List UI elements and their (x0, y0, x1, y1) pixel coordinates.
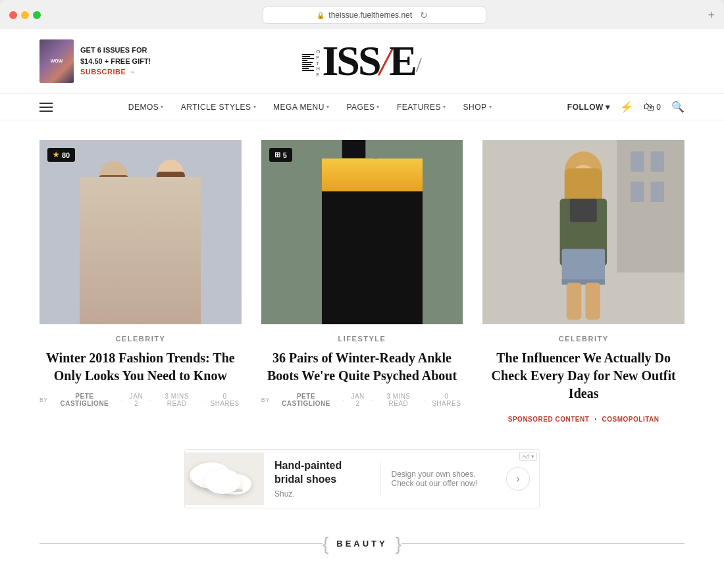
cart-button[interactable]: 🛍 0 (644, 101, 661, 113)
article-card: ⊞ 5 LIFESTYLE 36 Pairs of Winter-Ready A… (261, 140, 463, 423)
maximize-dot[interactable] (33, 11, 41, 19)
svg-point-2 (99, 161, 128, 196)
website: WOW GET 6 ISSUES FOR $14.50 + FREE GIFT!… (0, 29, 724, 588)
right-brace: } (396, 535, 401, 553)
subscribe-price: $14.50 + FREE GIFT! (80, 56, 151, 67)
svg-rect-51 (224, 489, 243, 492)
refresh-button[interactable]: ↻ (416, 10, 432, 20)
svg-rect-20 (342, 175, 365, 195)
chevron-down-icon: ▾ (606, 103, 610, 112)
svg-rect-12 (153, 191, 190, 258)
svg-rect-5 (90, 253, 138, 306)
svg-rect-34 (631, 151, 644, 172)
svg-rect-49 (198, 480, 218, 484)
svg-rect-3 (99, 175, 128, 242)
cart-count: 0 (656, 103, 661, 112)
follow-button[interactable]: FOLLOW ▾ (567, 103, 609, 112)
chevron-down-icon: ▾ (326, 104, 330, 110)
article-title[interactable]: The Influencer We Actually Do Check Ever… (482, 349, 685, 403)
article-title[interactable]: Winter 2018 Fashion Trends: The Only Loo… (39, 349, 242, 385)
cosmopolitan-tag[interactable]: COSMOPOLITAN (602, 416, 659, 423)
article-category: CELEBRITY (39, 335, 242, 343)
article-shares: 0 SHARES (430, 393, 463, 407)
ad-wrapper: Hand-painted bridal shoes Shuz. Design y… (184, 449, 540, 508)
chevron-down-icon: ▾ (161, 104, 164, 110)
lock-icon: 🔒 (317, 12, 324, 19)
article-title[interactable]: 36 Pairs of Winter-Ready Ankle Boots We'… (261, 349, 463, 385)
sponsored-content-tag[interactable]: SPONSORED CONTENT (508, 416, 590, 423)
barcode-icon (302, 54, 314, 71)
svg-rect-23 (342, 286, 365, 324)
logo-slash-end: / (416, 53, 422, 77)
ad-description: Design your own shoes. Check out our off… (380, 460, 498, 497)
ad-image (185, 453, 264, 505)
nav-item-features[interactable]: FEATURES ▾ (397, 103, 446, 112)
section-title[interactable]: BEAUTY (328, 539, 395, 549)
article-image (482, 140, 685, 324)
nav-item-mega-menu[interactable]: MEGA MENU ▾ (273, 103, 329, 112)
svg-rect-35 (651, 151, 664, 172)
svg-point-25 (359, 159, 392, 185)
url-text: theissue.fuelthemes.net (328, 11, 412, 20)
svg-point-53 (206, 468, 213, 474)
svg-point-56 (233, 477, 239, 481)
logo-of-the: OF THE (316, 49, 321, 78)
badge-count: 80 (62, 151, 70, 159)
search-icon[interactable]: 🔍 (671, 101, 685, 113)
section-title-wrapper: { BEAUTY } (323, 535, 401, 553)
nav-item-pages[interactable]: PAGES ▾ (346, 103, 379, 112)
ad-label[interactable]: Ad ▾ (519, 452, 537, 461)
svg-rect-11 (157, 172, 185, 232)
nav-item-demos[interactable]: DEMOS ▾ (128, 103, 164, 112)
article-read-time: 3 MINS READ (377, 393, 420, 407)
chevron-down-icon: ▾ (443, 104, 446, 110)
article-image-wrapper[interactable]: ★ 80 (39, 140, 242, 324)
subscribe-link[interactable]: SUBSCRIBE → (80, 66, 151, 78)
article-image-wrapper[interactable] (482, 140, 685, 324)
article-shares: 0 SHARES (209, 393, 242, 407)
ad-banner[interactable]: Hand-painted bridal shoes Shuz. Design y… (184, 449, 540, 508)
article-author: PETE CASTIGLIONE (52, 393, 117, 407)
subscribe-text: GET 6 ISSUES FOR $14.50 + FREE GIFT! SUB… (80, 45, 151, 78)
svg-point-24 (362, 163, 389, 194)
ad-content: Hand-painted bridal shoes Shuz. (264, 450, 380, 508)
new-tab-button[interactable]: + (708, 9, 715, 22)
nav-item-shop[interactable]: SHOP ▾ (463, 103, 492, 112)
ad-arrow-button[interactable]: › (506, 467, 530, 491)
by-label: BY (261, 397, 270, 403)
close-dot[interactable] (9, 11, 17, 19)
section-line-left (39, 543, 323, 544)
logo-issue-text: ISS/E (322, 40, 415, 82)
subscribe-get-text: GET 6 ISSUES FOR (80, 45, 151, 56)
article-date: JAN 2 (127, 393, 145, 407)
magazine-cover: WOW (39, 39, 74, 83)
ad-title: Hand-painted bridal shoes (274, 459, 370, 487)
svg-rect-43 (562, 249, 605, 283)
svg-point-48 (190, 464, 226, 487)
svg-point-55 (226, 478, 232, 483)
minimize-dot[interactable] (21, 11, 29, 19)
svg-rect-26 (362, 193, 389, 224)
sponsored-tags: SPONSORED CONTENT · COSMOPOLITAN (482, 416, 685, 423)
article-card: CELEBRITY The Influencer We Actually Do … (482, 140, 685, 423)
article-badge: ★ 80 (47, 148, 75, 162)
article-image (39, 140, 242, 324)
nav-items: DEMOS ▾ ARTICLE STYLES ▾ MEGA MENU ▾ PAG… (72, 103, 548, 112)
url-input[interactable]: 🔒 theissue.fuelthemes.net ↻ (263, 7, 486, 24)
svg-point-57 (232, 479, 235, 482)
svg-rect-27 (359, 222, 392, 303)
address-bar: 🔒 theissue.fuelthemes.net ↻ (46, 7, 702, 24)
chevron-down-icon: ▾ (253, 104, 257, 110)
article-image-wrapper[interactable]: ⊞ 5 (261, 140, 463, 324)
article-read-time: 3 MINS READ (155, 393, 198, 407)
chevron-down-icon: ▾ (376, 104, 380, 110)
svg-rect-4 (93, 195, 134, 276)
svg-rect-1 (39, 140, 242, 324)
site-logo[interactable]: OF THE ISS/E / (302, 40, 422, 82)
nav-item-article-styles[interactable]: ARTICLE STYLES ▾ (181, 103, 256, 112)
lightning-icon[interactable]: ⚡ (620, 101, 633, 113)
article-grid: ★ 80 CELEBRITY Winter 2018 Fashion Trend… (39, 140, 685, 423)
by-label: BY (39, 397, 48, 403)
article-meta: BY PETE CASTIGLIONE · JAN 2 · 3 MINS REA… (39, 393, 242, 407)
hamburger-menu[interactable] (39, 103, 53, 112)
